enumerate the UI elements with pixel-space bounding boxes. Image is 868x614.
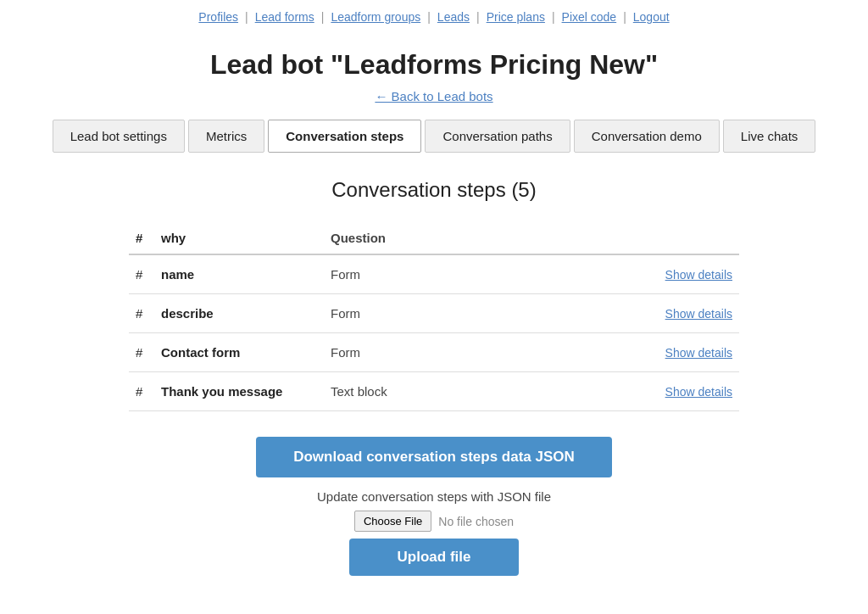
upload-file-button[interactable]: Upload file <box>349 539 519 576</box>
actions-section: Download conversation steps data JSON Up… <box>112 428 756 601</box>
row-2-type: Form <box>324 294 517 333</box>
table-row: # Thank you message Text block Show deta… <box>129 372 739 411</box>
file-chooser-row: Choose File No file chosen <box>354 511 514 532</box>
table-row: # name Form Show details <box>129 254 739 294</box>
row-4-action: Show details <box>517 372 739 411</box>
row-2-action: Show details <box>517 294 739 333</box>
nav-price-plans[interactable]: Price plans <box>487 10 545 24</box>
show-details-link-4[interactable]: Show details <box>665 385 732 399</box>
nav-sep-5: | <box>552 10 555 24</box>
row-2-hash: # <box>129 294 154 333</box>
row-4-name: Thank you message <box>154 372 324 411</box>
tab-conversation-steps[interactable]: Conversation steps <box>268 120 421 153</box>
show-details-link-1[interactable]: Show details <box>665 268 732 282</box>
row-1-action: Show details <box>517 254 739 294</box>
conversation-steps-table: # why Question # name Form Show details … <box>129 222 739 411</box>
row-1-type: Form <box>324 254 517 294</box>
upload-section: Update conversation steps with JSON file… <box>317 489 551 576</box>
tab-live-chats[interactable]: Live chats <box>723 120 816 153</box>
tab-metrics[interactable]: Metrics <box>188 120 264 153</box>
row-2-name: describe <box>154 294 324 333</box>
page-title: Lead bot "Leadforms Pricing New" <box>0 34 868 89</box>
nav-profiles[interactable]: Profiles <box>198 10 238 24</box>
col-name-header: why <box>154 222 324 254</box>
row-4-hash: # <box>129 372 154 411</box>
show-details-link-2[interactable]: Show details <box>665 307 732 321</box>
main-content: Conversation steps (5) # why Question # … <box>112 161 756 428</box>
nav-sep-2: | <box>321 10 325 24</box>
no-file-label: No file chosen <box>438 515 514 528</box>
table-row: # describe Form Show details <box>129 294 739 333</box>
row-3-hash: # <box>129 333 154 372</box>
nav-sep-4: | <box>476 10 480 24</box>
table-row: # Contact form Form Show details <box>129 333 739 372</box>
nav-leadform-groups[interactable]: Leadform groups <box>331 10 420 24</box>
row-3-action: Show details <box>517 333 739 372</box>
col-hash-header: # <box>129 222 154 254</box>
show-details-link-3[interactable]: Show details <box>665 346 732 360</box>
upload-section-label: Update conversation steps with JSON file <box>317 489 551 504</box>
col-type-header: Question <box>324 222 517 254</box>
back-link[interactable]: ← Back to Lead bots <box>375 89 492 103</box>
tab-conversation-demo[interactable]: Conversation demo <box>574 120 720 153</box>
row-1-hash: # <box>129 254 154 294</box>
nav-logout[interactable]: Logout <box>633 10 670 24</box>
nav-sep-6: | <box>623 10 626 24</box>
row-3-type: Form <box>324 333 517 372</box>
top-nav: Profiles | Lead forms | Leadform groups … <box>0 0 868 34</box>
choose-file-button[interactable]: Choose File <box>354 511 431 532</box>
row-4-type: Text block <box>324 372 517 411</box>
back-link-container: ← Back to Lead bots <box>0 89 868 104</box>
table-header-row: # why Question <box>129 222 739 254</box>
section-title: Conversation steps (5) <box>129 178 739 202</box>
nav-sep-1: | <box>245 10 248 24</box>
tab-lead-bot-settings[interactable]: Lead bot settings <box>53 120 185 153</box>
col-action-header <box>517 222 739 254</box>
nav-pixel-code[interactable]: Pixel code <box>562 10 617 24</box>
row-1-name: name <box>154 254 324 294</box>
tabs-container: Lead bot settings Metrics Conversation s… <box>0 120 868 161</box>
row-3-name: Contact form <box>154 333 324 372</box>
nav-leads[interactable]: Leads <box>437 10 470 24</box>
nav-sep-3: | <box>427 10 431 24</box>
download-json-button[interactable]: Download conversation steps data JSON <box>256 437 612 477</box>
nav-lead-forms[interactable]: Lead forms <box>255 10 314 24</box>
tab-conversation-paths[interactable]: Conversation paths <box>425 120 570 153</box>
